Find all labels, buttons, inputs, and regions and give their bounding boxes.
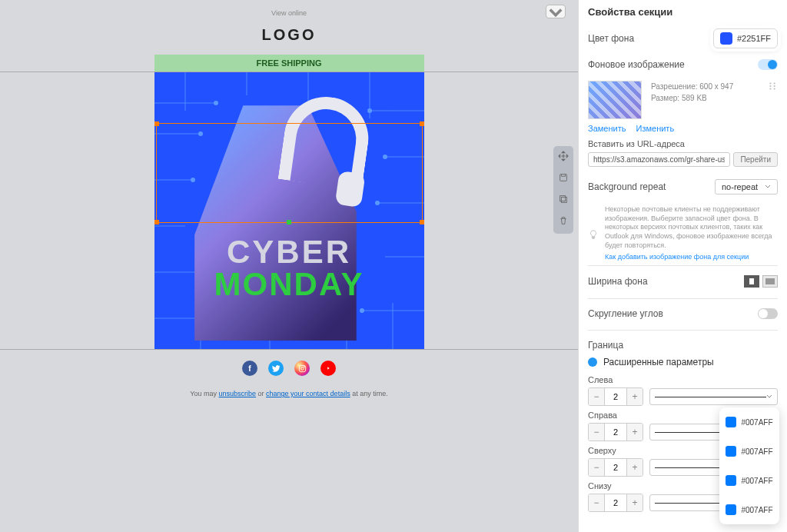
url-input[interactable] — [588, 152, 730, 167]
decrement-button[interactable]: − — [589, 494, 604, 511]
footer-suffix: at any time. — [350, 390, 388, 397]
advanced-dot-icon — [588, 357, 597, 367]
border-right-value[interactable] — [604, 424, 627, 441]
hero-block[interactable]: CYBER MONDAY — [154, 72, 424, 349]
border-bottom-value[interactable] — [604, 494, 627, 511]
svg-point-14 — [769, 82, 771, 84]
bg-color-picker[interactable]: #2251FF — [713, 28, 778, 48]
move-icon[interactable] — [558, 151, 569, 165]
bg-image-resolution: Разрешение: 600 x 947 — [651, 81, 733, 92]
bg-image-toggle[interactable] — [758, 59, 778, 70]
bg-width-label: Ширина фона — [588, 276, 648, 287]
width-content-icon[interactable] — [744, 275, 759, 288]
view-online-link[interactable]: View online — [271, 9, 307, 17]
decrement-button[interactable]: − — [589, 459, 604, 476]
svg-rect-20 — [749, 278, 754, 284]
svg-rect-10 — [561, 197, 566, 202]
svg-rect-21 — [765, 278, 775, 284]
youtube-icon[interactable] — [320, 361, 336, 376]
free-shipping-banner[interactable]: FREE SHIPPING — [154, 55, 424, 71]
block-toolbar — [553, 146, 573, 234]
footer-prefix: You may — [190, 390, 218, 397]
delete-icon[interactable] — [558, 215, 569, 229]
svg-point-16 — [769, 85, 771, 87]
social-icons: f — [242, 361, 336, 376]
info-note: Некоторые почтовые клиенты не поддержива… — [588, 205, 778, 262]
bg-image-meta: Разрешение: 600 x 947 Размер: 589 KB — [651, 81, 733, 104]
bg-image-label: Фоновое изображение — [588, 59, 685, 70]
sidebar-title: Свойства секции — [588, 6, 778, 18]
bg-image-thumbnail[interactable] — [588, 81, 642, 119]
bg-color-swatch — [720, 32, 732, 45]
border-left-stepper[interactable]: − + — [588, 387, 643, 406]
lightbulb-icon — [588, 207, 599, 262]
edit-link[interactable]: Изменить — [636, 124, 675, 133]
editor-canvas: View online LOGO FREE SHIPPING CYBER MON… — [0, 0, 578, 532]
border-left-value[interactable] — [604, 388, 627, 405]
hero-text-cyber[interactable]: CYBER — [154, 234, 424, 271]
replace-link[interactable]: Заменить — [588, 124, 626, 133]
twitter-icon[interactable] — [268, 361, 284, 376]
border-top-stepper[interactable]: − + — [588, 458, 643, 477]
change-details-link[interactable]: change your contact details — [266, 390, 350, 397]
collapse-button[interactable] — [546, 5, 566, 18]
border-top-value[interactable] — [604, 459, 627, 476]
info-link[interactable]: Как добавить изображение фона для секции — [605, 253, 778, 262]
hero-section[interactable]: CYBER MONDAY — [0, 71, 578, 350]
border-bottom-color[interactable]: #007AFF — [726, 504, 772, 515]
svg-point-4 — [383, 155, 387, 159]
svg-point-5 — [375, 201, 380, 205]
duplicate-icon[interactable] — [558, 194, 569, 208]
footer-or: or — [256, 390, 266, 397]
increment-button[interactable]: + — [627, 459, 643, 476]
increment-button[interactable]: + — [627, 388, 643, 405]
svg-point-1 — [198, 131, 203, 136]
svg-point-3 — [367, 108, 372, 113]
svg-point-18 — [769, 88, 771, 89]
border-left-label: Слева — [588, 375, 778, 384]
border-left-style[interactable] — [649, 388, 778, 405]
url-go-button[interactable]: Перейти — [733, 152, 778, 167]
advanced-label: Расширенные параметры — [603, 357, 714, 367]
bg-repeat-label: Background repeat — [588, 181, 666, 192]
border-right-color[interactable]: #007AFF — [726, 446, 772, 457]
corners-toggle[interactable] — [758, 308, 778, 319]
bg-color-value: #2251FF — [737, 34, 771, 43]
footer-text: You may unsubscribe or change your conta… — [190, 390, 387, 397]
instagram-icon[interactable] — [294, 361, 310, 376]
svg-point-0 — [214, 101, 218, 105]
border-bottom-stepper[interactable]: − + — [588, 494, 643, 512]
advanced-params[interactable]: Расширенные параметры — [588, 357, 778, 367]
svg-rect-9 — [560, 196, 566, 201]
border-top-color[interactable]: #007AFF — [726, 475, 772, 486]
border-color-card: #007AFF #007AFF #007AFF #007AFF — [719, 407, 779, 524]
unsubscribe-link[interactable]: unsubscribe — [219, 390, 257, 397]
hero-text-monday[interactable]: MONDAY — [154, 266, 424, 303]
chevron-down-icon — [766, 394, 772, 400]
decrement-button[interactable]: − — [589, 388, 604, 405]
reorder-icon[interactable] — [767, 81, 778, 91]
svg-point-13 — [304, 366, 304, 367]
info-text: Некоторые почтовые клиенты не поддержива… — [605, 205, 772, 249]
logo-text[interactable]: LOGO — [262, 26, 317, 44]
save-block-icon[interactable] — [558, 172, 569, 186]
width-full-icon[interactable] — [762, 275, 778, 288]
chevron-down-icon — [765, 184, 771, 190]
border-right-stepper[interactable]: − + — [588, 423, 643, 441]
svg-point-12 — [301, 367, 304, 370]
increment-button[interactable]: + — [627, 494, 643, 511]
bg-repeat-select[interactable]: no-repeat — [715, 179, 778, 195]
bg-repeat-value: no-repeat — [722, 182, 758, 191]
svg-point-17 — [774, 85, 775, 87]
svg-point-2 — [191, 178, 195, 182]
border-left-color[interactable]: #007AFF — [726, 417, 772, 427]
bg-color-label: Цвет фона — [588, 33, 634, 44]
url-label: Вставить из URL-адреса — [588, 139, 778, 148]
decrement-button[interactable]: − — [589, 424, 604, 441]
increment-button[interactable]: + — [627, 424, 643, 441]
svg-point-15 — [774, 82, 775, 84]
facebook-icon[interactable]: f — [242, 361, 257, 376]
bg-image-size: Размер: 589 KB — [651, 92, 733, 104]
svg-point-7 — [360, 308, 364, 313]
corners-label: Скругление углов — [588, 308, 663, 319]
